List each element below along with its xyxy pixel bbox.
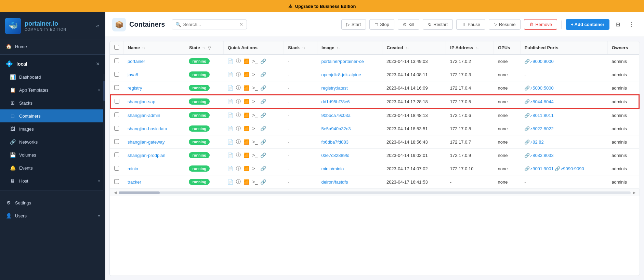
console-icon[interactable]: >_ [252, 139, 258, 145]
attach-icon[interactable]: 🔗 [260, 72, 266, 77]
sidebar-item-networks[interactable]: 🔗 Networks [0, 135, 105, 148]
col-state[interactable]: State ↑↓ ▽ [185, 41, 223, 54]
stats-icon[interactable]: 📶 [244, 126, 249, 131]
console-icon[interactable]: >_ [252, 99, 258, 104]
image-link[interactable]: dd1d95bf78e6 [321, 99, 350, 104]
logs-icon[interactable]: 📄 [227, 112, 233, 118]
port-link[interactable]: 🔗↗8033:8033 [524, 153, 553, 158]
stop-button[interactable]: ◻ Stop [369, 19, 394, 30]
row-checkbox-cell[interactable] [110, 149, 123, 162]
start-button[interactable]: ▷ Start [341, 19, 366, 30]
container-name-link[interactable]: registry [128, 85, 142, 91]
select-all-header[interactable] [110, 41, 123, 54]
image-link[interactable]: minio/minio [321, 166, 344, 171]
logs-icon[interactable]: 📄 [227, 126, 233, 131]
image-link[interactable]: 90bbca79c03a [321, 113, 350, 118]
console-icon[interactable]: >_ [252, 179, 258, 185]
console-icon[interactable]: >_ [252, 152, 258, 158]
row-checkbox[interactable] [114, 58, 119, 63]
console-icon[interactable]: >_ [252, 126, 258, 131]
select-all-checkbox[interactable] [114, 45, 119, 50]
row-checkbox[interactable] [114, 126, 119, 131]
attach-icon[interactable]: 🔗 [260, 152, 266, 158]
sidebar-item-stacks[interactable]: ⊞ Stacks [0, 96, 105, 109]
col-image[interactable]: Image ↑↓ [317, 41, 382, 54]
port-link[interactable]: 🔗↗9000:9000 [524, 59, 553, 64]
container-name-link[interactable]: shangjian-admin [128, 113, 160, 118]
stats-icon[interactable]: 📶 [244, 85, 249, 91]
inspect-icon[interactable]: ⓘ [236, 179, 241, 185]
pause-button[interactable]: ⏸ Pause [456, 19, 485, 30]
upgrade-banner[interactable]: ⚠ Upgrade to Business Edition [0, 0, 644, 12]
row-checkbox-cell[interactable] [110, 68, 123, 81]
sidebar-item-home[interactable]: 🏠 Home [0, 40, 105, 53]
port-link[interactable]: 🔗↗8044:8044 [524, 99, 553, 104]
attach-icon[interactable]: 🔗 [260, 139, 266, 145]
horizontal-scrollbar[interactable] [119, 191, 631, 194]
container-name-link[interactable]: shangjian-gateway [128, 139, 165, 145]
attach-icon[interactable]: 🔗 [260, 179, 266, 185]
container-name-link[interactable]: java8 [128, 72, 138, 77]
row-checkbox-cell[interactable] [110, 81, 123, 95]
inspect-icon[interactable]: ⓘ [236, 125, 241, 132]
resume-button[interactable]: ▷ Resume [489, 19, 521, 30]
stats-icon[interactable]: 📶 [244, 99, 249, 104]
logs-icon[interactable]: 📄 [227, 58, 233, 64]
row-checkbox[interactable] [114, 139, 119, 144]
env-header[interactable]: 💠 local ✕ [0, 57, 105, 70]
stats-icon[interactable]: 📶 [244, 58, 249, 64]
container-name-link[interactable]: shangjian-basicdata [128, 126, 167, 131]
inspect-icon[interactable]: ⓘ [236, 165, 241, 172]
search-input[interactable] [183, 22, 237, 27]
inspect-icon[interactable]: ⓘ [236, 139, 241, 145]
inspect-icon[interactable]: ⓘ [236, 85, 241, 91]
logs-icon[interactable]: 📄 [227, 85, 233, 91]
port-link[interactable]: 🔗↗8011:8011 [524, 113, 553, 118]
port-link[interactable]: 🔗↗8022:8022 [524, 126, 553, 131]
row-checkbox-cell[interactable] [110, 162, 123, 175]
container-name-link[interactable]: tracker [128, 179, 141, 185]
row-checkbox[interactable] [114, 72, 119, 77]
restart-button[interactable]: ↻ Restart [423, 19, 453, 30]
image-link[interactable]: portainer/portainer-ce [321, 59, 364, 64]
stats-icon[interactable]: 📶 [244, 112, 249, 118]
sidebar-item-users[interactable]: 👤 Users ▾ [0, 209, 105, 222]
container-name-link[interactable]: portainer [128, 59, 145, 64]
row-checkbox-cell[interactable] [110, 122, 123, 135]
remove-button[interactable]: 🗑 Remove [524, 19, 557, 30]
row-checkbox-cell[interactable] [110, 108, 123, 122]
console-icon[interactable]: >_ [252, 112, 258, 118]
attach-icon[interactable]: 🔗 [260, 112, 266, 118]
attach-icon[interactable]: 🔗 [260, 85, 266, 91]
attach-icon[interactable]: 🔗 [260, 166, 266, 171]
attach-icon[interactable]: 🔗 [260, 126, 266, 131]
port-link[interactable]: 🔗↗82:82 [524, 139, 544, 145]
add-container-button[interactable]: + Add container [566, 19, 609, 30]
attach-icon[interactable]: 🔗 [260, 58, 266, 64]
inspect-icon[interactable]: ⓘ [236, 152, 241, 158]
stats-icon[interactable]: 📶 [244, 139, 249, 145]
logs-icon[interactable]: 📄 [227, 179, 233, 185]
stats-icon[interactable]: 📶 [244, 179, 249, 185]
col-created[interactable]: Created ↑↓ [382, 41, 446, 54]
image-link[interactable]: delron/fastdfs [321, 179, 348, 185]
sidebar-item-volumes[interactable]: 💾 Volumes [0, 148, 105, 161]
sidebar-item-containers[interactable]: ◻ Containers [0, 109, 105, 122]
logs-icon[interactable]: 📄 [227, 72, 233, 77]
inspect-icon[interactable]: ⓘ [236, 98, 241, 105]
port-link[interactable]: 🔗↗9090:9090 [555, 166, 584, 171]
kill-button[interactable]: ⊘ Kill [398, 19, 419, 30]
inspect-icon[interactable]: ⓘ [236, 71, 241, 78]
image-link[interactable]: registry:latest [321, 85, 347, 91]
sidebar-item-events[interactable]: 🔔 Events [0, 161, 105, 174]
stats-icon[interactable]: 📶 [244, 152, 249, 158]
row-checkbox[interactable] [114, 85, 119, 90]
row-checkbox[interactable] [115, 99, 119, 104]
row-checkbox-cell[interactable] [110, 135, 123, 149]
row-checkbox[interactable] [114, 166, 119, 171]
sidebar-item-host[interactable]: 🖥 Host ▾ [0, 174, 105, 187]
container-name-link[interactable]: shangjian-prodplan [128, 153, 166, 158]
collapse-button[interactable]: « [95, 22, 101, 30]
row-checkbox-cell[interactable] [110, 54, 123, 68]
col-name[interactable]: Name ↑↓ [123, 41, 185, 54]
